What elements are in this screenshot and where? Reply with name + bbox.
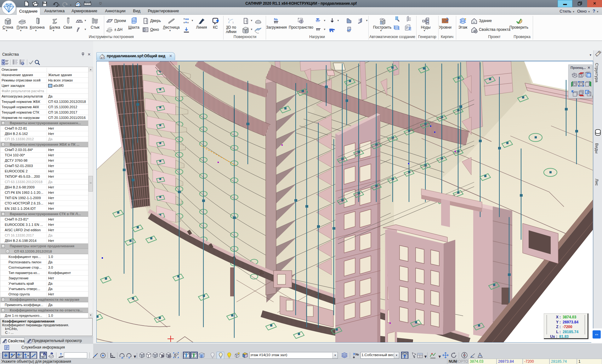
- svg-text:1: 1: [232, 21, 234, 24]
- svg-text:№: №: [274, 17, 278, 21]
- svg-text:1: 1: [228, 18, 230, 20]
- svg-text:№: №: [355, 353, 359, 356]
